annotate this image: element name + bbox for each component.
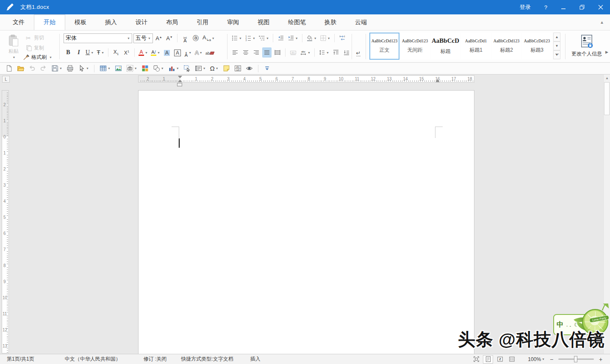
ime-punctuation-indicator[interactable]: ，。 — [565, 322, 574, 328]
more-tools-button[interactable] — [262, 64, 272, 73]
select-objects-button[interactable] — [182, 64, 192, 73]
ribbon-expand-icon[interactable]: ▶ — [605, 50, 608, 54]
char-width-button[interactable]: abc▼ — [299, 47, 311, 58]
italic-button[interactable]: I — [74, 47, 83, 58]
justify-button[interactable] — [262, 47, 272, 58]
shortcut-type-indicator[interactable]: 快捷方式类型:文字文档 — [178, 354, 236, 364]
select-cursor-button[interactable]: ▼ — [77, 64, 90, 73]
word-count-button[interactable]: abc123 — [233, 64, 243, 73]
copy-button[interactable]: 复制 — [25, 44, 45, 52]
tab-审阅[interactable]: 审阅 — [218, 14, 248, 30]
first-line-indent-marker[interactable] — [178, 76, 182, 78]
numbering-button[interactable]: 123▼ — [244, 33, 256, 43]
screenshot-button[interactable]: ▼ — [125, 64, 139, 73]
help-button[interactable]: ? — [538, 0, 554, 14]
read-mode-button[interactable] — [244, 64, 254, 73]
tab-绘图笔[interactable]: 绘图笔 — [279, 14, 315, 30]
tab-开始[interactable]: 开始 — [34, 14, 65, 30]
change-personal-info-button[interactable]: 更改个人信息 — [568, 34, 605, 58]
enclose-character-button[interactable]: ⓐ — [191, 33, 200, 43]
text-box-button[interactable]: ▼ — [194, 64, 207, 73]
document-page[interactable] — [138, 90, 474, 354]
emphasis-mark-button[interactable]: •A▼ — [183, 47, 193, 58]
web-view-button[interactable]: Z — [495, 355, 505, 364]
increase-indent-button[interactable]: ▼ — [287, 33, 299, 43]
borders-button[interactable]: ▼ — [319, 33, 331, 43]
grow-font-button[interactable]: A▲ — [154, 33, 164, 43]
space-before-button[interactable] — [331, 47, 341, 58]
new-document-button[interactable] — [4, 64, 14, 73]
symbol-omega-button[interactable]: Ω▼ — [209, 64, 220, 73]
line-spacing-button[interactable]: ▼ — [318, 47, 330, 58]
save-button[interactable]: ▼ — [50, 64, 64, 73]
horizontal-ruler[interactable]: 12345678910111213141516171821 — [138, 75, 474, 83]
close-button[interactable] — [591, 0, 610, 14]
change-case-button[interactable]: A↳a▼ — [202, 33, 216, 43]
show-paragraph-marks-button[interactable]: ↵ — [354, 48, 363, 58]
tab-插入[interactable]: 插入 — [96, 14, 126, 30]
superscript-button[interactable]: X1 — [122, 47, 131, 58]
multilevel-list-button[interactable]: ▼ — [258, 33, 270, 43]
page-view-button[interactable] — [483, 355, 493, 364]
page-indicator[interactable]: 第1页/共1页 — [4, 354, 37, 364]
styles-scroll-down-icon[interactable]: ▼ — [553, 41, 560, 50]
paste-button[interactable]: 粘贴 ▼ — [4, 33, 23, 61]
align-center-button[interactable] — [241, 47, 250, 58]
style-标题1[interactable]: AaBbCcDd1标题1 — [461, 33, 491, 60]
chart-button[interactable]: ▼ — [167, 64, 180, 73]
undo-button[interactable] — [27, 64, 37, 73]
collapse-ribbon-icon[interactable]: ▲ — [600, 20, 604, 25]
scroll-up-icon[interactable]: ▲ — [604, 74, 610, 81]
styles-scroll-up-icon[interactable]: ▲ — [553, 33, 560, 41]
tab-换肤[interactable]: 换肤 — [315, 14, 346, 30]
tab-文件[interactable]: 文件 — [3, 14, 34, 30]
tab-设计[interactable]: 设计 — [126, 14, 157, 30]
tab-引用[interactable]: 引用 — [187, 14, 218, 30]
tab-云端[interactable]: 云端 — [346, 14, 376, 30]
print-button[interactable] — [65, 64, 75, 73]
insert-mode-indicator[interactable]: 插入 — [248, 354, 263, 364]
shapes-button[interactable]: ▼ — [152, 64, 165, 73]
align-left-button[interactable] — [230, 47, 240, 58]
tab-布局[interactable]: 布局 — [157, 14, 187, 30]
style-无间距[interactable]: AaBbCcDd123无间距 — [400, 33, 430, 60]
table-button[interactable]: ▼ — [98, 64, 112, 73]
zoom-level[interactable]: 100% ▼ — [528, 356, 545, 362]
style-标题3[interactable]: AaBbCcDd123标题3 — [522, 33, 552, 60]
collage-button[interactable] — [140, 64, 150, 73]
minimize-button[interactable] — [554, 0, 573, 14]
style-正文[interactable]: AaBbCcDd123正文 — [369, 33, 399, 60]
tab-视图[interactable]: 视图 — [248, 14, 279, 30]
zoom-out-button[interactable]: − — [549, 356, 554, 363]
bullets-button[interactable]: ▼ — [230, 33, 243, 43]
subscript-button[interactable]: X1 — [111, 47, 121, 58]
revision-indicator[interactable]: 修订 :关闭 — [141, 354, 169, 364]
zoom-slider-thumb[interactable] — [574, 356, 577, 362]
language-indicator[interactable]: 中文（中华人民共和国） — [62, 354, 123, 364]
char-border-button[interactable]: A — [173, 47, 182, 58]
redo-button[interactable] — [39, 64, 48, 73]
underline-button[interactable]: U▼ — [85, 47, 94, 58]
login-button[interactable]: 登录 — [513, 0, 538, 14]
open-button[interactable] — [16, 64, 25, 73]
text-effects-button[interactable]: A▼ — [194, 47, 203, 58]
align-right-button[interactable] — [252, 47, 261, 58]
cut-button[interactable]: ✂ 剪切 — [25, 33, 45, 42]
wrap-indent-button[interactable] — [338, 33, 347, 43]
strikethrough-button[interactable]: Ŧ▼ — [96, 47, 105, 58]
format-painter-button[interactable]: 格式刷 ▼ — [22, 53, 53, 61]
full-screen-view-button[interactable] — [471, 355, 481, 364]
hanging-indent-marker[interactable] — [178, 80, 182, 82]
zoom-slider[interactable] — [558, 358, 594, 360]
styles-more-icon[interactable]: ▼ — [553, 50, 560, 59]
shading-button[interactable]: ▼ — [305, 33, 318, 43]
right-indent-marker[interactable] — [435, 79, 440, 82]
restore-button[interactable] — [573, 0, 591, 14]
outline-view-button[interactable] — [507, 355, 517, 364]
left-indent-marker[interactable] — [177, 83, 182, 86]
highlight-color-button[interactable]: A/▼ — [150, 47, 161, 58]
font-size-select[interactable]: 五号 ▼ — [133, 33, 153, 43]
scrollbar-thumb[interactable] — [604, 82, 610, 115]
font-color-button[interactable]: A▼ — [138, 47, 149, 58]
style-标题2[interactable]: AaBbCcDd123标题2 — [491, 33, 521, 60]
